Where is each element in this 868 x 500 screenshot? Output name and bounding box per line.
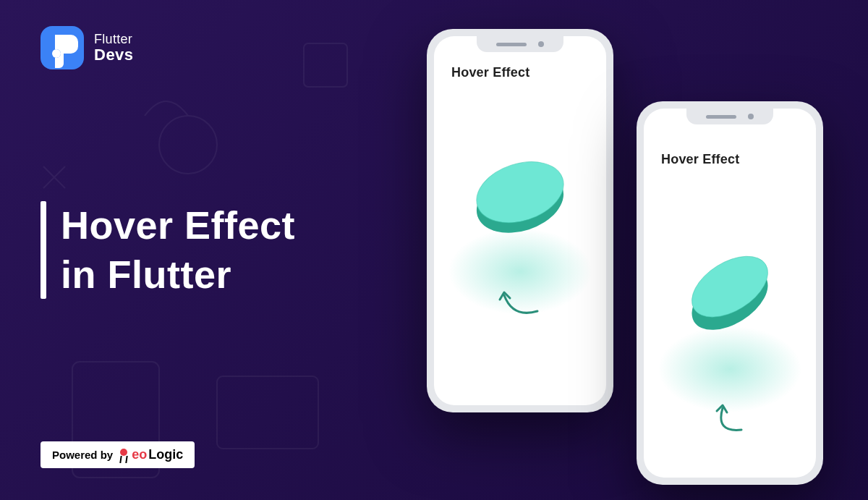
phone-notch	[477, 36, 563, 52]
aeologic-icon	[119, 449, 129, 462]
notch-camera	[538, 41, 544, 47]
notch-camera	[748, 114, 754, 119]
title-line1: Hover Effect	[61, 201, 295, 250]
powered-by-label: Powered by	[52, 449, 113, 461]
phone-notch	[686, 109, 773, 124]
aeologic-logo: eo Logic	[119, 447, 183, 462]
phone-mockup-left: Hover Effect	[427, 29, 613, 412]
screen-title-left: Hover Effect	[451, 65, 529, 80]
notch-speaker	[496, 43, 527, 46]
title-accent-bar	[41, 201, 46, 299]
brand-name-line2: Devs	[94, 46, 134, 64]
title-line2: in Flutter	[61, 250, 295, 300]
phone-mockup-right: Hover Effect	[637, 101, 823, 485]
aeologic-red-text: eo	[132, 447, 147, 462]
aeologic-black-text: Logic	[148, 447, 183, 462]
page-title: Hover Effect in Flutter	[41, 201, 295, 299]
brand-logo: Flutter Devs	[41, 26, 134, 69]
svg-rect-1	[217, 376, 318, 449]
phone-screen-left: Hover Effect	[434, 36, 606, 405]
screen-title-right: Hover Effect	[661, 152, 739, 167]
notch-speaker	[706, 115, 736, 119]
disc-graphic-left	[466, 145, 574, 253]
disc-graphic-right	[676, 239, 784, 347]
title-text: Hover Effect in Flutter	[61, 201, 295, 299]
svg-point-2	[159, 116, 217, 174]
phone-screen-right: Hover Effect	[644, 109, 816, 478]
curved-arrow-left	[491, 282, 549, 326]
svg-rect-3	[304, 43, 347, 87]
flutterdevs-logo-icon	[41, 26, 84, 69]
brand-name-line1: Flutter	[94, 32, 134, 47]
curved-arrow-right	[701, 398, 759, 441]
powered-by-badge: Powered by eo Logic	[41, 441, 195, 468]
svg-point-4	[52, 49, 61, 58]
